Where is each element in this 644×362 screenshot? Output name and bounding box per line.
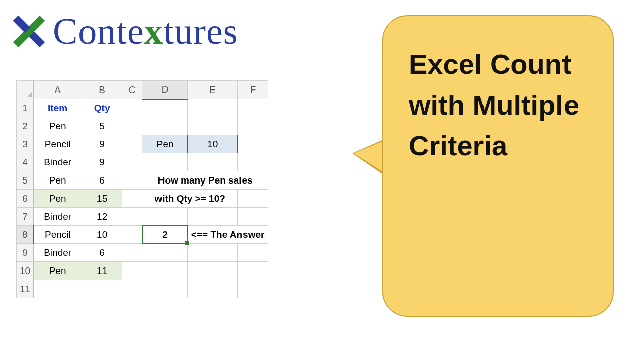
- cell-A7[interactable]: Binder: [34, 208, 82, 226]
- cell-A3[interactable]: Pencil: [34, 135, 82, 153]
- cell-A10[interactable]: Pen: [34, 262, 82, 280]
- row-header-11[interactable]: 11: [17, 280, 34, 298]
- cell-C8[interactable]: [122, 226, 142, 244]
- row-header-8[interactable]: 8: [17, 226, 34, 244]
- col-header-C[interactable]: C: [122, 81, 142, 99]
- criteria-item-cell[interactable]: Pen: [142, 135, 188, 153]
- cell-A2[interactable]: Pen: [34, 117, 82, 135]
- question-text-line2[interactable]: with Qty >= 10?: [142, 190, 238, 208]
- col-header-F[interactable]: F: [238, 81, 268, 99]
- cell-C3[interactable]: [122, 135, 142, 153]
- row-header-1[interactable]: 1: [17, 99, 34, 117]
- question-text-line1[interactable]: How many Pen sales: [142, 171, 268, 190]
- row-header-5[interactable]: 5: [17, 171, 34, 190]
- select-all-corner[interactable]: [17, 81, 34, 99]
- cell-E10[interactable]: [188, 262, 238, 280]
- cell-A5[interactable]: Pen: [34, 171, 82, 190]
- cell-C9[interactable]: [122, 244, 142, 262]
- cell-B9[interactable]: 6: [82, 244, 122, 262]
- cell-F4[interactable]: [238, 153, 268, 171]
- cell-B5[interactable]: 6: [82, 171, 122, 190]
- answer-label[interactable]: <== The Answer: [188, 226, 268, 244]
- criteria-qty-cell[interactable]: 10: [188, 135, 238, 153]
- cell-E7[interactable]: [188, 208, 238, 226]
- column-header-row: A B C D E F: [17, 81, 268, 99]
- cell-C1[interactable]: [122, 99, 142, 117]
- title-callout: Excel Count with Multiple Criteria: [382, 15, 614, 317]
- cell-D10[interactable]: [142, 262, 188, 280]
- cell-C4[interactable]: [122, 153, 142, 171]
- cell-D2[interactable]: [142, 117, 188, 135]
- brand-name-pre: Conte: [53, 11, 144, 52]
- spreadsheet-grid[interactable]: A B C D E F 1 Item Qty 2 Pen 5 3 Pencil …: [16, 80, 268, 298]
- brand-mark-icon: [10, 13, 48, 50]
- cell-C7[interactable]: [122, 208, 142, 226]
- cell-B1[interactable]: Qty: [82, 99, 122, 117]
- cell-C6[interactable]: [122, 190, 142, 208]
- cell-F9[interactable]: [238, 244, 268, 262]
- cell-F3[interactable]: [238, 135, 268, 153]
- cell-D1[interactable]: [142, 99, 188, 117]
- cell-C2[interactable]: [122, 117, 142, 135]
- cell-B4[interactable]: 9: [82, 153, 122, 171]
- cell-A4[interactable]: Binder: [34, 153, 82, 171]
- row-header-3[interactable]: 3: [17, 135, 34, 153]
- cell-B7[interactable]: 12: [82, 208, 122, 226]
- cell-B3[interactable]: 9: [82, 135, 122, 153]
- row-header-7[interactable]: 7: [17, 208, 34, 226]
- cell-F2[interactable]: [238, 117, 268, 135]
- cell-E11[interactable]: [188, 280, 238, 298]
- cell-B6[interactable]: 15: [82, 190, 122, 208]
- cell-A9[interactable]: Binder: [34, 244, 82, 262]
- cell-B10[interactable]: 11: [82, 262, 122, 280]
- cell-B11[interactable]: [82, 280, 122, 298]
- col-header-A[interactable]: A: [34, 81, 82, 99]
- brand-name-x: x: [144, 11, 164, 52]
- cell-B2[interactable]: 5: [82, 117, 122, 135]
- cell-D4[interactable]: [142, 153, 188, 171]
- cell-F7[interactable]: [238, 208, 268, 226]
- cell-F11[interactable]: [238, 280, 268, 298]
- cell-D7[interactable]: [142, 208, 188, 226]
- cell-C11[interactable]: [122, 280, 142, 298]
- cell-D9[interactable]: [142, 244, 188, 262]
- cell-E1[interactable]: [188, 99, 238, 117]
- col-header-E[interactable]: E: [188, 81, 238, 99]
- row-header-10[interactable]: 10: [17, 262, 34, 280]
- cell-F6[interactable]: [238, 190, 268, 208]
- cell-A8[interactable]: Pencil: [34, 226, 82, 244]
- cell-E2[interactable]: [188, 117, 238, 135]
- cell-F1[interactable]: [238, 99, 268, 117]
- cell-E9[interactable]: [188, 244, 238, 262]
- cell-E4[interactable]: [188, 153, 238, 171]
- brand-name: Contextures: [53, 10, 238, 53]
- cell-A6[interactable]: Pen: [34, 190, 82, 208]
- brand-name-post: tures: [164, 11, 238, 52]
- row-header-6[interactable]: 6: [17, 190, 34, 208]
- cell-A11[interactable]: [34, 280, 82, 298]
- cell-C10[interactable]: [122, 262, 142, 280]
- cell-F10[interactable]: [238, 262, 268, 280]
- row-header-4[interactable]: 4: [17, 153, 34, 171]
- cell-D11[interactable]: [142, 280, 188, 298]
- cell-B8[interactable]: 10: [82, 226, 122, 244]
- row-header-2[interactable]: 2: [17, 117, 34, 135]
- brand-logo: Contextures: [10, 10, 238, 53]
- col-header-D[interactable]: D: [142, 81, 188, 99]
- callout-text: Excel Count with Multiple Criteria: [409, 48, 579, 161]
- cell-C5[interactable]: [122, 171, 142, 190]
- answer-cell[interactable]: 2: [142, 226, 188, 244]
- col-header-B[interactable]: B: [82, 81, 122, 99]
- row-header-9[interactable]: 9: [17, 244, 34, 262]
- cell-A1[interactable]: Item: [34, 99, 82, 117]
